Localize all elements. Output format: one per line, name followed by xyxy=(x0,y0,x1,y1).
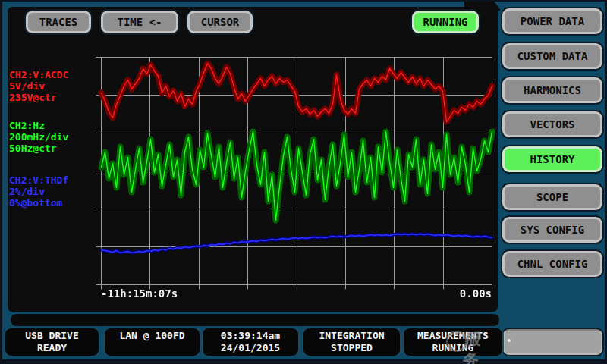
status-line: LAN @ 100FD xyxy=(105,330,200,342)
custom-data-button[interactable]: CUSTOM DATA xyxy=(502,43,602,69)
channel-label-thd: CH2:V:THDf 2%/div 0%@bottom xyxy=(9,174,99,209)
history-trend-chart xyxy=(93,52,498,291)
channel-name: CH2:V:ACDC xyxy=(9,69,99,80)
lan-status-box: LAN @ 100FD xyxy=(105,328,200,356)
status-date: 24/01/2015 xyxy=(203,342,298,354)
status-line: USB DRIVE xyxy=(5,330,99,342)
screen-frame-left xyxy=(0,0,2,364)
channel-scale: 200mHz/div xyxy=(9,131,99,143)
harmonics-button[interactable]: HARMONICS xyxy=(502,77,602,103)
blank-softkey-button[interactable] xyxy=(503,329,602,355)
clock-status-box: 03:39:14am 24/01/2015 xyxy=(203,328,298,356)
power-data-button[interactable]: POWER DATA xyxy=(502,8,602,34)
sys-config-button[interactable]: SYS CONFIG xyxy=(502,217,602,243)
channel-position: 50Hz@ctr xyxy=(9,143,99,154)
time-direction-button[interactable]: TIME <- xyxy=(101,11,178,33)
channel-label-frequency: CH2:Hz 200mHz/div 50Hz@ctr xyxy=(9,120,99,154)
x-axis-end-label: 0.00s xyxy=(378,287,492,300)
traces-button[interactable]: TRACES xyxy=(26,11,91,33)
power-analyzer-screen: TRACES TIME <- CURSOR RUNNING CH2:V:ACDC… xyxy=(0,0,607,364)
bottom-separator-bar xyxy=(11,314,499,326)
x-axis-start-label: -11h:15m:07s xyxy=(101,287,178,300)
main-panel-top-tab xyxy=(464,0,501,11)
channel-label-voltage: CH2:V:ACDC 5V/div 235V@ctr xyxy=(9,69,99,103)
cursor-button[interactable]: CURSOR xyxy=(187,11,253,33)
channel-name: CH2:V:THDf xyxy=(9,174,99,186)
scope-button[interactable]: SCOPE xyxy=(502,184,602,210)
screen-frame-top xyxy=(0,0,607,2)
measurements-status-box: MEASUREMENTS RUNNING xyxy=(404,328,502,356)
usb-status-box: USB DRIVE READY xyxy=(5,328,99,356)
channel-position: 0%@bottom xyxy=(9,197,99,209)
status-line: READY xyxy=(5,342,99,354)
status-line: RUNNING xyxy=(404,342,502,354)
status-line: STOPPED xyxy=(304,342,400,354)
status-line: MEASUREMENTS xyxy=(404,330,502,342)
channel-scale: 2%/div xyxy=(9,186,99,197)
integration-status-box: INTEGRATION STOPPED xyxy=(304,328,400,356)
status-time: 03:39:14am xyxy=(203,330,298,342)
vectors-button[interactable]: VECTORS xyxy=(502,111,602,137)
channel-scale: 5V/div xyxy=(9,80,99,92)
channel-position: 235V@ctr xyxy=(9,92,99,103)
status-line: INTEGRATION xyxy=(304,330,400,342)
running-status-button[interactable]: RUNNING xyxy=(412,11,479,33)
screen-frame-bottom xyxy=(0,359,607,364)
history-button[interactable]: HISTORY xyxy=(502,146,602,172)
chnl-config-button[interactable]: CHNL CONFIG xyxy=(502,251,602,277)
channel-name: CH2:Hz xyxy=(9,120,99,131)
